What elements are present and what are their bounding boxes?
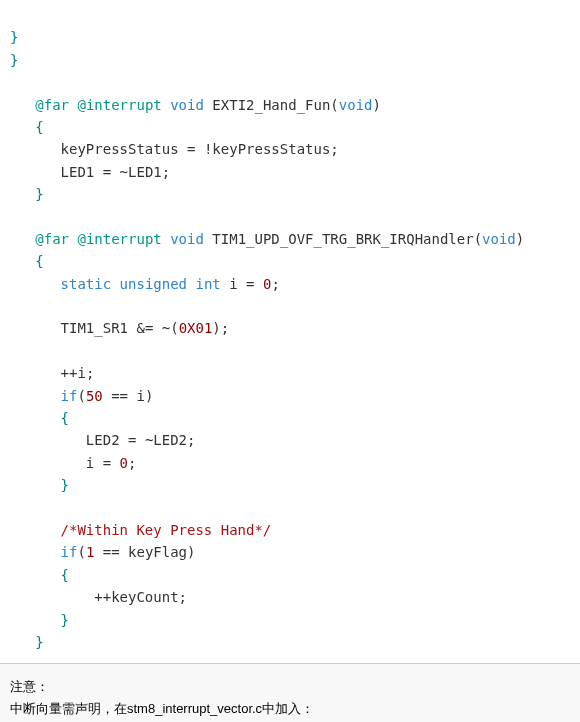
variable: keyPressStatus xyxy=(212,141,330,157)
note-line: 中断向量需声明，在stm8_interrupt_vector.c中加入： xyxy=(10,698,570,720)
type: void xyxy=(170,231,204,247)
brace: } xyxy=(10,29,18,45)
keyword: unsigned xyxy=(120,276,187,292)
note-block: 注意： 中断向量需声明，在stm8_interrupt_vector.c中加入：… xyxy=(0,663,580,722)
keyword: if xyxy=(61,544,78,560)
keyword: @far xyxy=(35,231,69,247)
number: 1 xyxy=(86,544,94,560)
variable: i xyxy=(229,276,237,292)
variable: LED1 xyxy=(128,164,162,180)
comment: /*Within Key Press Hand*/ xyxy=(61,522,272,538)
keyword: @far xyxy=(35,97,69,113)
number: 0X01 xyxy=(179,320,213,336)
variable: LED1 xyxy=(61,164,95,180)
variable: i xyxy=(77,365,85,381)
keyword: if xyxy=(61,388,78,404)
variable: keyPressStatus xyxy=(61,141,179,157)
number: 0 xyxy=(120,455,128,471)
function-name: EXTI2_Hand_Fun xyxy=(212,97,330,113)
variable: LED2 xyxy=(153,432,187,448)
code-block: } } @far @interrupt void EXTI2_Hand_Fun(… xyxy=(0,0,580,663)
type: void xyxy=(482,231,516,247)
type: void xyxy=(170,97,204,113)
type: int xyxy=(195,276,220,292)
number: 50 xyxy=(86,388,103,404)
variable: i xyxy=(136,388,144,404)
keyword: static xyxy=(61,276,112,292)
variable: i xyxy=(86,455,94,471)
type: void xyxy=(339,97,373,113)
variable: LED2 xyxy=(86,432,120,448)
variable: keyFlag xyxy=(128,544,187,560)
keyword: @interrupt xyxy=(77,97,161,113)
brace: } xyxy=(10,52,18,68)
variable: keyCount xyxy=(111,589,178,605)
note-title: 注意： xyxy=(10,676,570,698)
keyword: @interrupt xyxy=(77,231,161,247)
function-name: TIM1_UPD_OVF_TRG_BRK_IRQHandler xyxy=(212,231,473,247)
variable: TIM1_SR1 xyxy=(61,320,128,336)
